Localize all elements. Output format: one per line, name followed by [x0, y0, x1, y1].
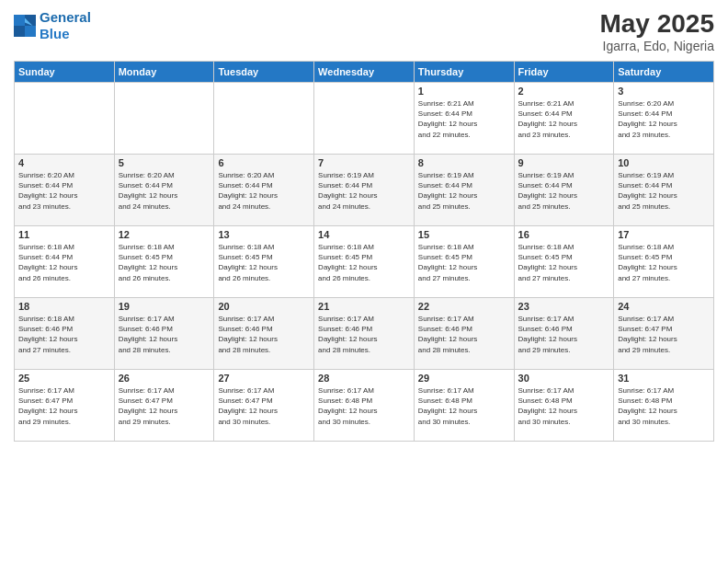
cell-1-5: 9Sunrise: 6:19 AM Sunset: 6:44 PM Daylig… [514, 155, 614, 226]
day-number: 21 [318, 301, 410, 312]
cell-4-3: 28Sunrise: 6:17 AM Sunset: 6:48 PM Dayli… [314, 370, 415, 442]
day-number: 26 [119, 373, 210, 384]
day-number: 15 [418, 229, 510, 240]
day-number: 7 [318, 157, 410, 168]
cell-1-3: 7Sunrise: 6:19 AM Sunset: 6:44 PM Daylig… [314, 155, 415, 226]
day-info: Sunrise: 6:17 AM Sunset: 6:48 PM Dayligh… [518, 385, 610, 427]
day-info: Sunrise: 6:17 AM Sunset: 6:47 PM Dayligh… [18, 385, 110, 427]
logo-blue: Blue [40, 26, 91, 42]
day-info: Sunrise: 6:21 AM Sunset: 6:44 PM Dayligh… [418, 98, 510, 140]
subtitle: Igarra, Edo, Nigeria [599, 39, 714, 53]
day-info: Sunrise: 6:18 AM Sunset: 6:45 PM Dayligh… [318, 242, 410, 283]
day-info: Sunrise: 6:20 AM Sunset: 6:44 PM Dayligh… [218, 170, 310, 212]
day-number: 31 [618, 373, 710, 384]
svg-rect-3 [25, 26, 36, 37]
cell-0-2 [214, 83, 314, 155]
day-number: 28 [318, 373, 410, 384]
col-header-tuesday: Tuesday [214, 62, 314, 83]
logo: General Blue [14, 9, 91, 42]
cell-1-4: 8Sunrise: 6:19 AM Sunset: 6:44 PM Daylig… [414, 155, 514, 226]
day-info: Sunrise: 6:17 AM Sunset: 6:48 PM Dayligh… [618, 385, 710, 427]
day-number: 25 [18, 373, 110, 384]
main-title: May 2025 [599, 9, 714, 39]
week-row-3: 18Sunrise: 6:18 AM Sunset: 6:46 PM Dayli… [15, 298, 714, 370]
cell-1-2: 6Sunrise: 6:20 AM Sunset: 6:44 PM Daylig… [214, 155, 314, 226]
week-row-2: 11Sunrise: 6:18 AM Sunset: 6:44 PM Dayli… [15, 226, 714, 298]
cell-2-0: 11Sunrise: 6:18 AM Sunset: 6:44 PM Dayli… [15, 226, 115, 298]
day-info: Sunrise: 6:17 AM Sunset: 6:46 PM Dayligh… [318, 314, 410, 355]
page: General Blue May 2025 Igarra, Edo, Niger… [0, 0, 728, 563]
svg-rect-0 [14, 15, 25, 26]
day-info: Sunrise: 6:17 AM Sunset: 6:48 PM Dayligh… [318, 385, 410, 427]
col-header-wednesday: Wednesday [314, 62, 415, 83]
day-info: Sunrise: 6:20 AM Sunset: 6:44 PM Dayligh… [618, 98, 710, 140]
day-number: 6 [218, 157, 310, 168]
svg-rect-2 [14, 26, 25, 37]
day-info: Sunrise: 6:17 AM Sunset: 6:47 PM Dayligh… [618, 314, 710, 355]
day-number: 8 [418, 157, 510, 168]
day-info: Sunrise: 6:18 AM Sunset: 6:45 PM Dayligh… [418, 242, 510, 283]
col-header-saturday: Saturday [614, 62, 714, 83]
day-number: 1 [418, 86, 510, 97]
day-info: Sunrise: 6:18 AM Sunset: 6:45 PM Dayligh… [518, 242, 610, 283]
day-number: 18 [18, 301, 110, 312]
col-header-monday: Monday [114, 62, 214, 83]
cell-2-3: 14Sunrise: 6:18 AM Sunset: 6:45 PM Dayli… [314, 226, 415, 298]
day-info: Sunrise: 6:17 AM Sunset: 6:46 PM Dayligh… [518, 314, 610, 355]
day-number: 22 [418, 301, 510, 312]
cell-0-4: 1Sunrise: 6:21 AM Sunset: 6:44 PM Daylig… [414, 83, 514, 155]
cell-0-1 [114, 83, 214, 155]
day-info: Sunrise: 6:19 AM Sunset: 6:44 PM Dayligh… [618, 170, 710, 212]
day-info: Sunrise: 6:17 AM Sunset: 6:47 PM Dayligh… [218, 385, 310, 427]
week-row-1: 4Sunrise: 6:20 AM Sunset: 6:44 PM Daylig… [15, 155, 714, 226]
day-number: 30 [518, 373, 610, 384]
day-info: Sunrise: 6:18 AM Sunset: 6:44 PM Dayligh… [18, 242, 110, 283]
day-info: Sunrise: 6:17 AM Sunset: 6:47 PM Dayligh… [119, 385, 210, 427]
day-info: Sunrise: 6:17 AM Sunset: 6:46 PM Dayligh… [418, 314, 510, 355]
day-number: 10 [618, 157, 710, 168]
cell-0-0 [15, 83, 115, 155]
cell-4-6: 31Sunrise: 6:17 AM Sunset: 6:48 PM Dayli… [614, 370, 714, 442]
day-info: Sunrise: 6:17 AM Sunset: 6:48 PM Dayligh… [418, 385, 510, 427]
cell-3-2: 20Sunrise: 6:17 AM Sunset: 6:46 PM Dayli… [214, 298, 314, 370]
day-info: Sunrise: 6:18 AM Sunset: 6:45 PM Dayligh… [618, 242, 710, 283]
cell-3-3: 21Sunrise: 6:17 AM Sunset: 6:46 PM Dayli… [314, 298, 415, 370]
cell-3-6: 24Sunrise: 6:17 AM Sunset: 6:47 PM Dayli… [614, 298, 714, 370]
day-number: 27 [218, 373, 310, 384]
cell-3-4: 22Sunrise: 6:17 AM Sunset: 6:46 PM Dayli… [414, 298, 514, 370]
col-header-friday: Friday [514, 62, 614, 83]
cell-4-4: 29Sunrise: 6:17 AM Sunset: 6:48 PM Dayli… [414, 370, 514, 442]
cell-3-5: 23Sunrise: 6:17 AM Sunset: 6:46 PM Dayli… [514, 298, 614, 370]
day-number: 24 [618, 301, 710, 312]
week-row-0: 1Sunrise: 6:21 AM Sunset: 6:44 PM Daylig… [15, 83, 714, 155]
day-number: 9 [518, 157, 610, 168]
day-info: Sunrise: 6:19 AM Sunset: 6:44 PM Dayligh… [518, 170, 610, 212]
cell-3-0: 18Sunrise: 6:18 AM Sunset: 6:46 PM Dayli… [15, 298, 115, 370]
cell-3-1: 19Sunrise: 6:17 AM Sunset: 6:46 PM Dayli… [114, 298, 214, 370]
calendar-table: SundayMondayTuesdayWednesdayThursdayFrid… [14, 61, 714, 442]
cell-4-1: 26Sunrise: 6:17 AM Sunset: 6:47 PM Dayli… [114, 370, 214, 442]
day-number: 14 [318, 229, 410, 240]
day-number: 4 [18, 157, 110, 168]
day-info: Sunrise: 6:20 AM Sunset: 6:44 PM Dayligh… [18, 170, 110, 212]
day-info: Sunrise: 6:19 AM Sunset: 6:44 PM Dayligh… [418, 170, 510, 212]
day-number: 19 [119, 301, 210, 312]
day-number: 17 [618, 229, 710, 240]
col-header-sunday: Sunday [15, 62, 115, 83]
cell-1-1: 5Sunrise: 6:20 AM Sunset: 6:44 PM Daylig… [114, 155, 214, 226]
day-info: Sunrise: 6:21 AM Sunset: 6:44 PM Dayligh… [518, 98, 610, 140]
day-number: 5 [119, 157, 210, 168]
day-number: 3 [618, 86, 710, 97]
cell-2-5: 16Sunrise: 6:18 AM Sunset: 6:45 PM Dayli… [514, 226, 614, 298]
header: General Blue May 2025 Igarra, Edo, Niger… [14, 9, 714, 53]
day-number: 29 [418, 373, 510, 384]
day-number: 16 [518, 229, 610, 240]
cell-4-5: 30Sunrise: 6:17 AM Sunset: 6:48 PM Dayli… [514, 370, 614, 442]
logo-general: General [40, 9, 91, 25]
col-header-thursday: Thursday [414, 62, 514, 83]
header-row: SundayMondayTuesdayWednesdayThursdayFrid… [15, 62, 714, 83]
cell-0-6: 3Sunrise: 6:20 AM Sunset: 6:44 PM Daylig… [614, 83, 714, 155]
cell-2-4: 15Sunrise: 6:18 AM Sunset: 6:45 PM Dayli… [414, 226, 514, 298]
day-number: 11 [18, 229, 110, 240]
day-number: 20 [218, 301, 310, 312]
